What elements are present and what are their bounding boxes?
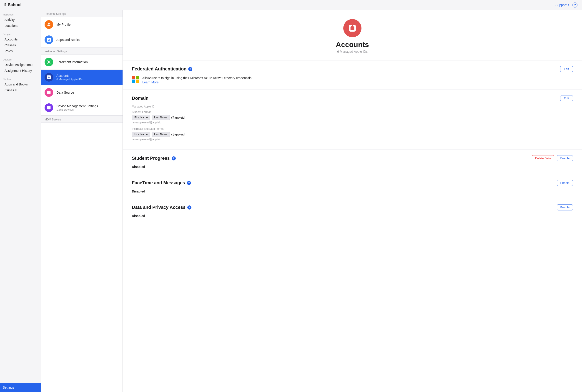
facetime-info-icon[interactable]: ? bbox=[187, 181, 191, 185]
people-section-label: People bbox=[3, 33, 38, 36]
student-progress-status: Disabled bbox=[132, 165, 573, 168]
enable-facetime-button[interactable]: Enable bbox=[557, 180, 573, 186]
sidebar-settings-footer[interactable]: Settings bbox=[0, 383, 41, 392]
enrollment-item[interactable]: Enrolment Information bbox=[41, 54, 123, 70]
apps-and-books-item[interactable]: Apps and Books bbox=[41, 32, 123, 48]
device-management-item[interactable]: Device Management Settings 1,863 Devices bbox=[41, 100, 123, 116]
data-privacy-info-icon[interactable]: ? bbox=[187, 206, 191, 210]
middle-panel: Personal Settings My Profile Apps and Bo… bbox=[41, 10, 123, 392]
sidebar-item-activity[interactable]: Activity bbox=[3, 17, 38, 23]
federated-auth-info-icon[interactable]: ? bbox=[188, 67, 192, 71]
accounts-item-text: Accounts 6 Managed Apple IDs bbox=[56, 74, 83, 81]
accounts-page-subtitle: 6 Managed Apple IDs bbox=[337, 50, 368, 54]
domain-title: Domain bbox=[132, 96, 149, 101]
sidebar-item-itunes-u[interactable]: iTunes U bbox=[3, 87, 38, 93]
app-title: School bbox=[8, 2, 22, 7]
accounts-item-subtitle: 6 Managed Apple IDs bbox=[56, 78, 83, 81]
accounts-header-icon bbox=[343, 19, 361, 37]
device-management-title: Device Management Settings bbox=[56, 104, 98, 108]
sidebar-item-accounts[interactable]: Accounts bbox=[3, 36, 38, 42]
instructor-format-row: Instructor and Staff Format First Name L… bbox=[132, 127, 573, 141]
enable-student-progress-button[interactable]: Enable bbox=[557, 155, 573, 161]
student-format-row: Student Format First Name Last Name @app… bbox=[132, 110, 573, 124]
sidebar-item-device-assignments[interactable]: Device Assignments bbox=[3, 62, 38, 68]
support-label: Support bbox=[555, 3, 566, 7]
device-management-text: Device Management Settings 1,863 Devices bbox=[56, 104, 98, 111]
accounts-item-title: Accounts bbox=[56, 74, 83, 78]
facetime-title: FaceTime and Messages ? bbox=[132, 180, 191, 186]
sidebar-item-apps-and-books[interactable]: Apps and Books bbox=[3, 81, 38, 87]
svg-point-5 bbox=[48, 107, 50, 108]
content-section-label: Content bbox=[3, 78, 38, 80]
apps-and-books-icon bbox=[45, 36, 53, 44]
federated-auth-title: Federated Authentication ? bbox=[132, 66, 192, 72]
ms-blue-square bbox=[132, 80, 135, 83]
enrollment-title: Enrolment Information bbox=[56, 60, 88, 64]
svg-rect-8 bbox=[351, 26, 353, 28]
domain-header-row: Domain Edit bbox=[132, 95, 573, 101]
microsoft-logo-icon bbox=[132, 76, 139, 83]
instructor-format-label: Instructor and Staff Format bbox=[132, 127, 573, 130]
federated-auth-section: Federated Authentication ? Edit Allows u… bbox=[123, 60, 582, 90]
instructor-email-example: janeappleseed@appleid bbox=[132, 138, 573, 141]
delete-data-button[interactable]: Delete Data bbox=[532, 155, 554, 161]
instructor-last-name-tag: Last Name bbox=[152, 132, 170, 137]
student-progress-section: Student Progress ? Delete Data Enable Di… bbox=[123, 150, 582, 174]
sidebar-item-classes[interactable]: Classes bbox=[3, 42, 38, 48]
data-source-text: Data Source bbox=[56, 91, 74, 94]
institution-section-label: Institution bbox=[3, 13, 38, 16]
main-layout: Institution Activity Locations People Ac… bbox=[0, 10, 582, 392]
student-progress-title: Student Progress ? bbox=[132, 156, 176, 161]
enrollment-text: Enrolment Information bbox=[56, 60, 88, 64]
top-bar-left:  School bbox=[5, 2, 22, 7]
personal-settings-header: Personal Settings bbox=[41, 10, 123, 17]
ms-red-square bbox=[132, 76, 135, 79]
sidebar-people-section: People Accounts Classes Roles bbox=[0, 30, 41, 55]
my-profile-icon bbox=[45, 20, 53, 29]
student-progress-info-icon[interactable]: ? bbox=[172, 156, 176, 160]
institution-settings-header: Institution Settings bbox=[41, 48, 123, 54]
enable-data-privacy-button[interactable]: Enable bbox=[557, 204, 573, 210]
sidebar-item-roles[interactable]: Roles bbox=[3, 48, 38, 54]
facetime-header-row: FaceTime and Messages ? Enable bbox=[132, 180, 573, 186]
federated-auth-header-row: Federated Authentication ? Edit bbox=[132, 66, 573, 72]
learn-more-link[interactable]: Learn More bbox=[142, 80, 159, 84]
student-progress-buttons: Delete Data Enable bbox=[532, 155, 573, 161]
federated-auth-description: Allows users to sign in using their Micr… bbox=[142, 76, 252, 80]
accounts-apple-icon bbox=[348, 24, 357, 33]
data-source-item[interactable]: Data Source bbox=[41, 85, 123, 100]
svg-point-0 bbox=[48, 23, 50, 24]
student-progress-header-row: Student Progress ? Delete Data Enable bbox=[132, 155, 573, 161]
data-privacy-section: Data and Privacy Access ? Enable Disable… bbox=[123, 199, 582, 224]
device-management-icon bbox=[45, 104, 53, 112]
mdm-servers-header: MDM Servers bbox=[41, 116, 123, 123]
student-format-label: Student Format bbox=[132, 110, 573, 114]
support-button[interactable]: Support ▼ bbox=[555, 3, 570, 7]
enrollment-icon bbox=[45, 58, 53, 66]
data-privacy-status: Disabled bbox=[132, 214, 573, 218]
my-profile-item[interactable]: My Profile bbox=[41, 17, 123, 32]
chevron-down-icon: ▼ bbox=[567, 4, 570, 6]
svg-point-1 bbox=[48, 61, 50, 63]
top-bar-right: Support ▼ ? bbox=[555, 2, 577, 8]
data-privacy-header-row: Data and Privacy Access ? Enable bbox=[132, 204, 573, 210]
ms-yellow-square bbox=[136, 80, 139, 83]
my-profile-text: My Profile bbox=[56, 23, 71, 26]
federated-auth-text: Allows users to sign in using their Micr… bbox=[142, 76, 252, 84]
accounts-item[interactable]: Accounts 6 Managed Apple IDs bbox=[41, 70, 123, 85]
device-management-subtitle: 1,863 Devices bbox=[56, 108, 98, 111]
facetime-status: Disabled bbox=[132, 190, 573, 193]
my-profile-title: My Profile bbox=[56, 23, 71, 26]
data-source-icon bbox=[45, 88, 53, 97]
sidebar-item-locations[interactable]: Locations bbox=[3, 23, 38, 29]
instructor-at-appleid: @appleid bbox=[171, 132, 185, 136]
sidebar-item-assignment-history[interactable]: Assignment History bbox=[3, 68, 38, 74]
student-first-name-tag: First Name bbox=[132, 115, 150, 120]
devices-section-label: Devices bbox=[3, 58, 38, 61]
domain-section: Domain Edit Managed Apple ID Student For… bbox=[123, 90, 582, 150]
federated-auth-edit-button[interactable]: Edit bbox=[560, 66, 573, 72]
student-email-example: janeappleseed@appleid bbox=[132, 121, 573, 124]
help-icon[interactable]: ? bbox=[572, 2, 577, 8]
settings-label: Settings bbox=[3, 386, 14, 389]
domain-edit-button[interactable]: Edit bbox=[560, 95, 573, 101]
